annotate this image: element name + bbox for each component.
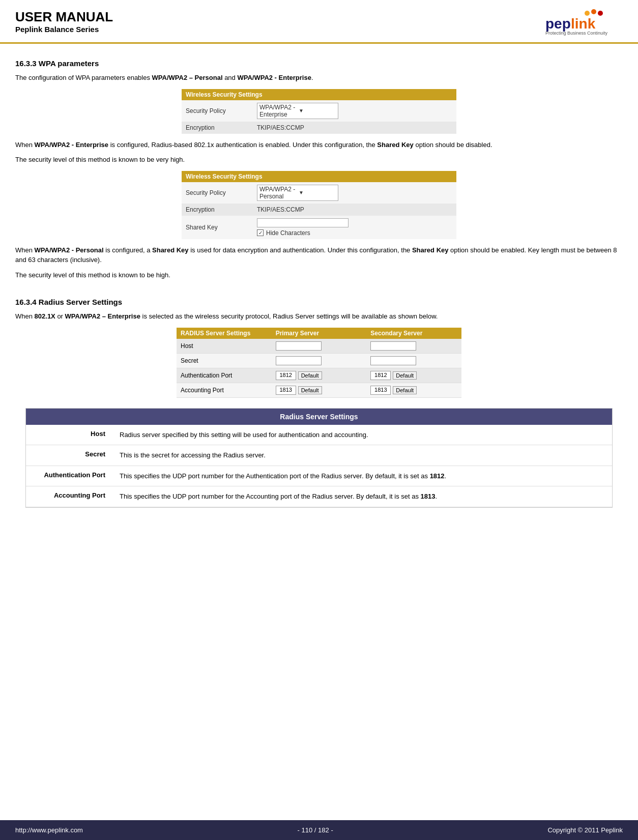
enterprise-description: When WPA/WPA2 - Enterprise is configured… xyxy=(15,140,623,150)
desc-secret-desc: This is the secret for accessing the Rad… xyxy=(112,445,612,466)
host-primary-input[interactable] xyxy=(276,341,322,351)
intro-bold2: WPA/WPA2 - Enterprise xyxy=(237,74,311,81)
table2-security-label: Security Policy xyxy=(182,182,253,204)
desc-table: Radius Server Settings Host Radius serve… xyxy=(26,409,612,507)
section-radius: 16.3.4 Radius Server Settings When 802.1… xyxy=(15,298,623,508)
auth-port-secondary-cell: 1812 Default xyxy=(370,371,457,380)
wireless-security-table2: Wireless Security Settings Security Poli… xyxy=(182,171,456,239)
section-title-wpa: 16.3.3 WPA parameters xyxy=(15,59,623,68)
radius-row-host: Host xyxy=(177,339,461,354)
secret-primary-input[interactable] xyxy=(276,356,322,365)
personal-bold1: WPA/WPA2 - Personal xyxy=(35,246,104,254)
desc-auth-port-desc: This specifies the UDP port number for t… xyxy=(112,466,612,486)
radius-acct-port-primary: 1813 Default xyxy=(272,383,367,397)
wireless-security-table1: Wireless Security Settings Security Poli… xyxy=(182,89,456,134)
section-wpa-intro: The configuration of WPA parameters enab… xyxy=(15,73,623,83)
radius-host-label: Host xyxy=(177,339,272,354)
desc-row-auth-port: Authentication Port This specifies the U… xyxy=(26,466,612,486)
wireless-security-table2-wrapper: Wireless Security Settings Security Poli… xyxy=(182,171,456,239)
table2-row-sharedkey: Shared Key ✓ Hide Characters xyxy=(182,216,456,239)
peplink-logo: pep link Protecting Business Continuity xyxy=(541,9,623,37)
footer-copyright: Copyright © 2011 Peplink xyxy=(547,826,623,834)
auth-port-primary-input[interactable]: 1812 xyxy=(276,371,296,380)
svg-text:pep: pep xyxy=(545,16,571,32)
shared-key-input[interactable] xyxy=(257,218,349,227)
auth-port-primary-cell: 1812 Default xyxy=(276,371,363,380)
security-policy-dropdown2[interactable]: WPA/WPA2 - Personal ▼ xyxy=(257,185,338,201)
footer-page: - 110 / 182 - xyxy=(298,826,333,834)
table1-security-label: Security Policy xyxy=(182,100,253,122)
table2-row-security: Security Policy WPA/WPA2 - Personal ▼ xyxy=(182,182,456,204)
shared-key-ref1: Shared Key xyxy=(377,141,414,149)
radius-row-auth-port: Authentication Port 1812 Default 1812 De… xyxy=(177,368,461,383)
table1-header: Wireless Security Settings xyxy=(182,89,456,100)
table1-encryption-value: TKIP/AES:CCMP xyxy=(253,122,456,134)
personal-bold3: Shared Key xyxy=(412,246,449,254)
acct-port-primary-default-button[interactable]: Default xyxy=(298,386,322,394)
desc-acct-port-desc: This specifies the UDP port number for t… xyxy=(112,486,612,507)
table2-security-value: WPA/WPA2 - Personal ▼ xyxy=(253,182,456,204)
desc-table-header: Radius Server Settings xyxy=(26,409,612,425)
acct-port-secondary-default-button[interactable]: Default xyxy=(393,386,417,394)
radius-row-acct-port: Accounting Port 1813 Default 1813 Defaul… xyxy=(177,383,461,397)
acct-port-primary-cell: 1813 Default xyxy=(276,386,363,395)
security-level-high2: The security level of this method is kno… xyxy=(15,270,623,280)
radius-intro: When 802.1X or WPA/WPA2 – Enterprise is … xyxy=(15,311,623,322)
table2-header-row: Wireless Security Settings xyxy=(182,171,456,182)
desc-row-secret: Secret This is the secret for accessing … xyxy=(26,445,612,466)
enterprise-bold: WPA/WPA2 - Enterprise xyxy=(35,141,108,149)
section-wpa-parameters: 16.3.3 WPA parameters The configuration … xyxy=(15,59,623,280)
svg-point-2 xyxy=(598,11,603,16)
radius-secret-primary xyxy=(272,353,367,368)
radius-bold2: WPA/WPA2 – Enterprise xyxy=(65,312,140,320)
radius-auth-port-primary: 1812 Default xyxy=(272,368,367,383)
acct-port-secondary-cell: 1813 Default xyxy=(370,386,457,395)
radius-table-header: RADIUS Server Settings Primary Server Se… xyxy=(177,328,461,339)
table2-encryption-label: Encryption xyxy=(182,204,253,216)
acct-port-primary-input[interactable]: 1813 xyxy=(276,386,296,395)
table1-encryption-label: Encryption xyxy=(182,122,253,134)
desc-host-field: Host xyxy=(26,425,112,445)
host-secondary-input[interactable] xyxy=(370,341,416,351)
svg-text:link: link xyxy=(571,16,596,32)
header-text: USER MANUAL Peplink Balance Series xyxy=(15,9,113,34)
table1-security-value: WPA/WPA2 - Enterprise ▼ xyxy=(253,100,456,122)
svg-text:Protecting Business Continuity: Protecting Business Continuity xyxy=(545,31,608,36)
radius-host-primary xyxy=(272,339,367,354)
radius-col2-header: Primary Server xyxy=(272,328,367,339)
table2-sharedkey-label: Shared Key xyxy=(182,216,253,239)
page-header: USER MANUAL Peplink Balance Series pep l… xyxy=(0,0,638,44)
radius-acct-port-secondary: 1813 Default xyxy=(366,383,461,397)
secret-secondary-input[interactable] xyxy=(370,356,416,365)
security-level-high: The security level of this method is kno… xyxy=(15,155,623,165)
hide-characters-checkbox[interactable]: ✓ xyxy=(257,229,264,236)
footer-url: http://www.peplink.com xyxy=(15,826,83,834)
dropdown-arrow2-icon: ▼ xyxy=(299,190,336,195)
acct-port-secondary-input[interactable]: 1813 xyxy=(370,386,391,395)
auth-port-primary-default-button[interactable]: Default xyxy=(298,371,322,380)
table1-row-encryption: Encryption TKIP/AES:CCMP xyxy=(182,122,456,134)
desc-row-acct-port: Accounting Port This specifies the UDP p… xyxy=(26,486,612,507)
hide-characters-row: ✓ Hide Characters xyxy=(257,229,452,237)
table2-row-encryption: Encryption TKIP/AES:CCMP xyxy=(182,204,456,216)
page-title: USER MANUAL xyxy=(15,9,113,25)
desc-row-host: Host Radius server specified by this set… xyxy=(26,425,612,445)
svg-point-1 xyxy=(591,9,596,14)
radius-secret-secondary xyxy=(366,353,461,368)
desc-secret-field: Secret xyxy=(26,445,112,466)
radius-auth-port-label: Authentication Port xyxy=(177,368,272,383)
radius-col1-header: RADIUS Server Settings xyxy=(177,328,272,339)
table2-encryption-value: TKIP/AES:CCMP xyxy=(253,204,456,216)
wireless-security-table1-wrapper: Wireless Security Settings Security Poli… xyxy=(182,89,456,134)
svg-point-0 xyxy=(585,11,590,16)
auth-port-secondary-input[interactable]: 1812 xyxy=(370,371,391,380)
desc-host-desc: Radius server specified by this setting … xyxy=(112,425,612,445)
radius-col3-header: Secondary Server xyxy=(366,328,461,339)
desc-table-wrapper: Radius Server Settings Host Radius serve… xyxy=(25,408,613,508)
security-policy-dropdown[interactable]: WPA/WPA2 - Enterprise ▼ xyxy=(257,103,338,119)
radius-row-secret: Secret xyxy=(177,353,461,368)
auth-port-secondary-default-button[interactable]: Default xyxy=(393,371,417,380)
desc-acct-port-field: Accounting Port xyxy=(26,486,112,507)
radius-secret-label: Secret xyxy=(177,353,272,368)
table2-header: Wireless Security Settings xyxy=(182,171,456,182)
